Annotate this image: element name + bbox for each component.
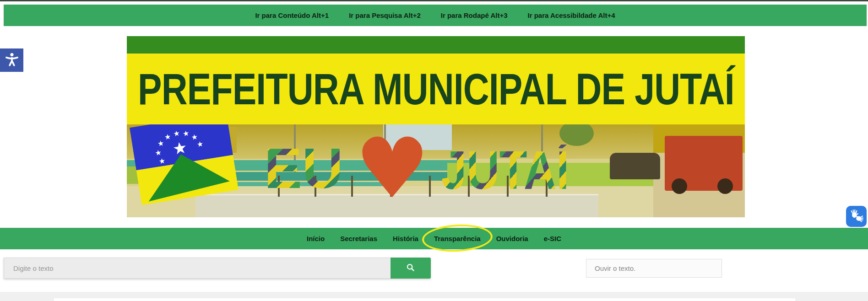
main-nav: Início Secretarias História Transparênci…	[0, 228, 868, 249]
sculpture-text-eu: EU	[264, 142, 343, 196]
accessibility-widget-button[interactable]	[0, 48, 23, 72]
skip-link-search[interactable]: Ir para Pesquisa Alt+2	[349, 11, 421, 19]
search-button[interactable]	[391, 258, 431, 279]
listen-text-button[interactable]: Ouvir o texto.	[586, 259, 722, 278]
accessibility-person-icon	[4, 52, 20, 69]
search-magnifier-icon	[406, 263, 416, 274]
skip-link-content[interactable]: Ir para Conteúdo Alt+1	[255, 11, 329, 19]
photo-motorcycle	[610, 153, 660, 179]
skip-links-bar: Ir para Conteúdo Alt+1 Ir para Pesquisa …	[4, 5, 867, 26]
eu-amo-jutai-sculpture: EU ♥ JUTAÍ	[264, 131, 594, 196]
nav-item-inicio[interactable]: Início	[306, 233, 326, 244]
nav-item-transparencia-label: Transparência	[434, 235, 481, 242]
heart-icon: ♥	[355, 136, 429, 201]
photo-wheel	[672, 178, 687, 194]
vlibras-widget-button[interactable]	[846, 206, 867, 227]
sign-language-hands-icon	[850, 209, 863, 224]
banner-photo: EU ♥ JUTAÍ	[127, 124, 745, 217]
photo-wheel	[717, 178, 733, 194]
skip-link-footer[interactable]: Ir para Rodapé Alt+3	[441, 11, 508, 19]
skip-link-accessibility[interactable]: Ir para Acessibildade Alt+4	[528, 11, 615, 19]
content-card	[54, 298, 795, 301]
nav-item-ouvidoria[interactable]: Ouvidoria	[495, 233, 529, 244]
banner-title: PREFEITURA MUNICIPAL DE JUTAÍ	[138, 67, 734, 111]
nav-item-transparencia[interactable]: Transparência	[433, 233, 482, 244]
header-banner: PREFEITURA MUNICIPAL DE JUTAÍ	[127, 36, 745, 217]
banner-yellow-band: PREFEITURA MUNICIPAL DE JUTAÍ	[127, 54, 745, 124]
sculpture-text-jutai: JUTAÍ	[441, 145, 569, 196]
nav-item-historia[interactable]: História	[392, 233, 419, 244]
page: Ir para Conteúdo Alt+1 Ir para Pesquisa …	[0, 0, 868, 301]
banner-green-strip	[127, 36, 745, 54]
nav-item-esic[interactable]: e-SIC	[543, 233, 562, 244]
search-bar	[4, 258, 431, 279]
nav-item-secretarias[interactable]: Secretarias	[339, 233, 378, 244]
top-hairline	[0, 0, 868, 1]
search-input[interactable]	[4, 258, 391, 279]
